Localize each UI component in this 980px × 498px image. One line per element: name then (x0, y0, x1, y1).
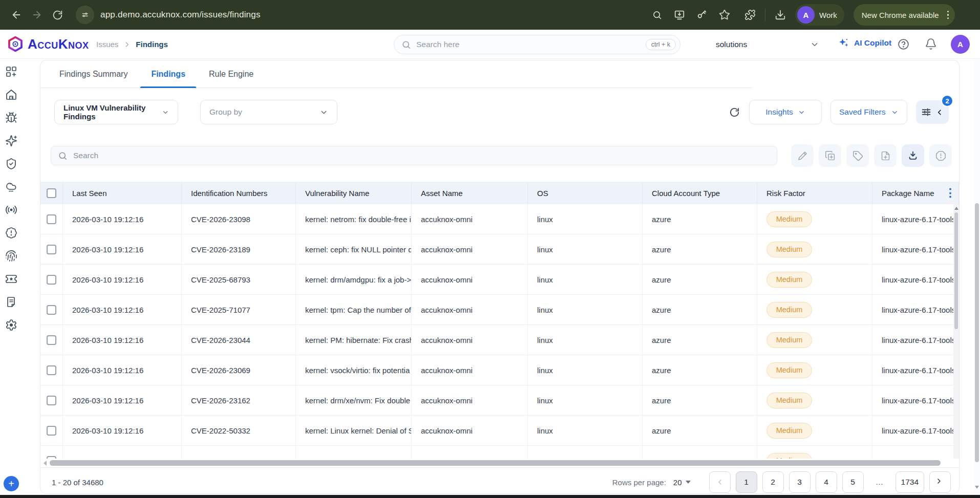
sidebar-settings-button[interactable] (5, 319, 17, 331)
table-search-input[interactable]: Search (51, 146, 777, 165)
column-header-last-seen[interactable]: Last Seen (63, 182, 182, 204)
global-search-input[interactable]: Search here ctrl + k (394, 35, 680, 54)
saved-filters-button[interactable]: Saved Filters (830, 100, 907, 124)
page-button-1734[interactable]: 1734 (896, 471, 924, 493)
column-header-package-name[interactable]: Package Name (872, 182, 959, 204)
column-header-vulnerability-name[interactable]: Vulnerability Name (296, 182, 412, 204)
cell-identification-number[interactable]: CVE-2022-50332 (182, 416, 296, 445)
report-create-button[interactable] (874, 144, 897, 167)
page-button-2[interactable]: 2 (762, 471, 784, 493)
next-page-button[interactable] (929, 471, 951, 493)
workspace-select[interactable]: solutions (716, 36, 819, 53)
site-info-button[interactable] (76, 6, 94, 24)
cell-identification-number[interactable]: CVE-2026-23044 (182, 325, 296, 355)
row-checkbox[interactable] (40, 446, 63, 459)
copy-add-button[interactable] (819, 144, 841, 167)
page-button-5[interactable]: 5 (842, 471, 864, 493)
ai-copilot-button[interactable]: AI Copilot (838, 37, 891, 49)
alert-info-button[interactable] (929, 144, 952, 167)
browser-menu-icon[interactable] (945, 9, 951, 21)
horizontal-scrollbar-thumb[interactable] (50, 460, 941, 466)
cell-identification-number[interactable]: CVE-2025-68793 (182, 265, 296, 294)
cell-vulnerability-name[interactable]: kernel: ceph: fix NULL pointer d (296, 234, 412, 264)
user-avatar[interactable]: A (951, 35, 970, 54)
row-checkbox[interactable] (40, 234, 63, 264)
scrollbar-thumb[interactable] (954, 212, 958, 329)
row-checkbox[interactable] (40, 416, 63, 445)
insights-button[interactable]: Insights (749, 100, 822, 124)
browser-back-button[interactable] (6, 5, 27, 25)
refresh-icon[interactable] (729, 106, 740, 118)
breadcrumb-parent[interactable]: Issues (96, 40, 118, 49)
sidebar-tickets-button[interactable] (5, 273, 17, 285)
notifications-button[interactable] (925, 38, 937, 50)
address-bar[interactable]: app.demo.accuknox.com/issues/findings (72, 4, 737, 26)
filter-panel-toggle[interactable]: 2 (916, 100, 949, 124)
row-checkbox[interactable] (40, 204, 63, 234)
tab-rule-engine[interactable]: Rule Engine (197, 60, 265, 88)
cell-identification-number[interactable]: CVE-2025-71077 (182, 295, 296, 324)
group-by-select[interactable]: Group by (200, 100, 337, 124)
browser-profile-button[interactable]: A Work (795, 4, 844, 26)
tab-findings[interactable]: Findings (139, 60, 197, 88)
sidebar-alerts-button[interactable] (5, 227, 17, 239)
tab-findings-summary[interactable]: Findings Summary (48, 60, 139, 88)
accuknox-logo[interactable]: AccuKnox (7, 36, 89, 52)
cell-identification-number[interactable]: CVE-2026-23189 (182, 234, 296, 264)
page-button-1[interactable]: 1 (736, 471, 757, 493)
browser-scrollbar[interactable] (974, 59, 980, 495)
sidebar-compliance-button[interactable] (5, 158, 17, 170)
scroll-down-arrow[interactable] (975, 486, 979, 489)
column-options-menu[interactable] (947, 186, 953, 200)
column-header-os[interactable]: OS (528, 182, 643, 204)
table-vertical-scrollbar[interactable] (953, 204, 959, 459)
previous-page-button[interactable] (709, 471, 731, 493)
column-header-identification-numbers[interactable]: Identification Numbers (182, 182, 296, 204)
table-horizontal-scrollbar[interactable] (40, 459, 959, 467)
bookmark-star-icon[interactable] (719, 9, 730, 20)
export-download-button[interactable] (902, 144, 924, 167)
row-checkbox[interactable] (40, 385, 63, 415)
cell-vulnerability-name[interactable] (296, 446, 412, 459)
cell-identification-number[interactable]: CVE-2026-23069 (182, 355, 296, 385)
page-button-4[interactable]: 4 (816, 471, 837, 493)
cell-identification-number[interactable] (182, 446, 296, 459)
row-checkbox[interactable] (40, 355, 63, 385)
row-checkbox[interactable] (40, 265, 63, 294)
rows-per-page-select[interactable]: 20 (673, 478, 691, 487)
help-button[interactable] (897, 38, 910, 51)
sidebar-identity-button[interactable] (5, 250, 17, 262)
tag-button[interactable] (846, 144, 869, 167)
browser-reload-button[interactable] (47, 5, 68, 25)
row-checkbox[interactable] (40, 295, 63, 324)
sidebar-dashboard-button[interactable] (5, 66, 17, 78)
browser-forward-button[interactable] (27, 5, 47, 25)
downloads-icon[interactable] (775, 9, 786, 20)
row-checkbox[interactable] (40, 325, 63, 355)
cell-vulnerability-name[interactable]: kernel: PM: hibernate: Fix crash (296, 325, 412, 355)
sidebar-cloud-security-button[interactable] (5, 181, 17, 193)
cell-vulnerability-name[interactable]: kernel: drm/xe/nvm: Fix double (296, 385, 412, 415)
scroll-left-arrow[interactable] (44, 461, 47, 466)
cell-identification-number[interactable]: CVE-2026-23162 (182, 385, 296, 415)
cell-vulnerability-name[interactable]: kernel: tpm: Cap the number of (296, 295, 412, 324)
install-app-icon[interactable] (674, 9, 685, 20)
sidebar-issues-button[interactable] (5, 112, 17, 124)
sidebar-runtime-protection-button[interactable] (5, 204, 17, 216)
cell-identification-number[interactable]: CVE-2026-23098 (182, 204, 296, 234)
extensions-puzzle-icon[interactable] (744, 9, 756, 20)
column-header-cloud-account-type[interactable]: Cloud Account Type (643, 182, 757, 204)
search-tabs-icon[interactable] (652, 10, 663, 20)
cell-vulnerability-name[interactable]: kernel: vsock/virtio: fix potentia (296, 355, 412, 385)
sidebar-inventory-button[interactable] (5, 89, 17, 101)
browser-scrollbar-thumb[interactable] (975, 203, 979, 462)
column-header-risk-factor[interactable]: Risk Factor (757, 182, 872, 204)
cell-vulnerability-name[interactable]: kernel: drm/amdgpu: fix a job-> (296, 265, 412, 294)
edit-button[interactable] (791, 144, 814, 167)
scroll-up-arrow[interactable] (954, 207, 958, 210)
select-all-checkbox[interactable] (40, 182, 63, 204)
cell-vulnerability-name[interactable]: kernel: Linux kernel: Denial of S (296, 416, 412, 445)
sidebar-ask-ada-button[interactable] (5, 135, 17, 147)
sidebar-reports-button[interactable] (5, 296, 17, 308)
password-key-icon[interactable] (696, 9, 708, 20)
